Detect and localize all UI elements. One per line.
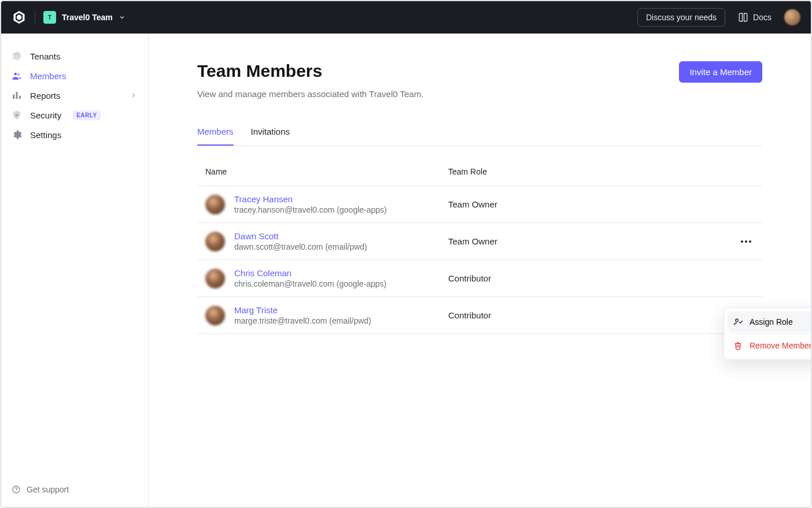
sidebar-item-label: Tenants: [30, 51, 61, 61]
member-email: marge.triste@travel0.com (email/pwd): [234, 316, 371, 325]
svg-point-19: [736, 319, 739, 322]
table-row: Dawn Scott dawn.scott@travel0.com (email…: [197, 223, 762, 260]
sidebar-item-settings[interactable]: Settings: [7, 125, 142, 144]
table-header: Name Team Role: [197, 158, 762, 186]
cube-icon: [12, 51, 22, 61]
sidebar-item-tenants[interactable]: Tenants: [7, 46, 142, 66]
team-name: Travel0 Team: [62, 13, 113, 22]
assign-role-menu-item[interactable]: Assign Role: [728, 312, 812, 332]
menu-divider: [730, 333, 812, 334]
svg-point-12: [749, 240, 751, 243]
row-actions-button[interactable]: [738, 233, 754, 250]
sidebar-item-members[interactable]: Members: [7, 66, 142, 86]
sidebar-item-label: Settings: [30, 130, 61, 140]
member-role: Team Owner: [448, 199, 719, 209]
member-email: chris.coleman@travel0.com (google-apps): [234, 279, 386, 288]
team-badge: T: [43, 11, 56, 24]
assign-role-label: Assign Role: [750, 317, 793, 327]
svg-rect-2: [13, 95, 14, 99]
team-switcher[interactable]: T Travel0 Team: [43, 11, 126, 24]
docs-label: Docs: [753, 13, 772, 22]
app-logo-icon: [12, 10, 27, 25]
member-name-link[interactable]: Dawn Scott: [234, 231, 367, 241]
tab-members[interactable]: Members: [197, 127, 234, 146]
member-name-link[interactable]: Marg Triste: [234, 305, 371, 315]
support-label: Get support: [27, 485, 69, 494]
sidebar: Tenants Members Reports: [1, 34, 149, 507]
svg-point-11: [745, 240, 747, 243]
member-email: tracey.hanson@travel0.com (google-apps): [234, 205, 387, 214]
main-content: Team Members View and manage members ass…: [149, 34, 811, 507]
shield-check-icon: [12, 110, 22, 120]
discuss-needs-button[interactable]: Discuss your needs: [637, 8, 725, 27]
header-divider: [35, 10, 35, 24]
page-subtitle: View and manage members associated with …: [197, 89, 423, 99]
help-circle-icon: [12, 485, 21, 494]
column-role: Team Role: [448, 167, 719, 176]
sidebar-item-label: Security: [30, 110, 61, 120]
member-role: Team Owner: [448, 236, 719, 246]
app-header: T Travel0 Team Discuss your needs Docs: [1, 1, 811, 34]
members-table: Name Team Role Tracey Hansen tracey.hans…: [197, 158, 762, 334]
member-avatar: [205, 232, 225, 251]
sidebar-item-reports[interactable]: Reports: [7, 86, 142, 105]
user-check-icon: [733, 317, 743, 327]
svg-point-6: [16, 491, 16, 492]
sidebar-item-label: Members: [30, 71, 67, 81]
get-support-link[interactable]: Get support: [7, 480, 142, 499]
member-avatar: [205, 195, 225, 214]
tab-invitations[interactable]: Invitations: [251, 127, 290, 146]
book-icon: [738, 12, 748, 23]
svg-point-10: [741, 240, 743, 243]
remove-member-menu-item[interactable]: Remove Member: [728, 335, 812, 356]
sidebar-item-security[interactable]: Security EARLY: [7, 105, 142, 125]
bar-chart-icon: [12, 90, 22, 101]
early-badge: EARLY: [73, 110, 100, 120]
member-avatar: [205, 306, 225, 325]
svg-rect-3: [16, 92, 18, 99]
member-name-link[interactable]: Tracey Hansen: [234, 194, 387, 204]
table-row: Chris Coleman chris.coleman@travel0.com …: [197, 260, 762, 297]
docs-link[interactable]: Docs: [738, 12, 772, 23]
chevron-down-icon: [119, 14, 126, 21]
remove-member-label: Remove Member: [750, 341, 811, 350]
member-name-link[interactable]: Chris Coleman: [234, 268, 386, 278]
svg-rect-4: [19, 96, 21, 99]
column-name: Name: [205, 167, 448, 176]
gear-icon: [12, 129, 22, 140]
people-icon: [12, 71, 22, 81]
tabs: Members Invitations: [197, 127, 762, 146]
row-context-menu: Assign Role Remove Member: [724, 307, 812, 360]
svg-point-0: [14, 73, 17, 76]
page-title: Team Members: [197, 61, 423, 81]
member-role: Contributor: [448, 273, 719, 283]
member-role: Contributor: [448, 310, 719, 320]
sidebar-item-label: Reports: [30, 91, 61, 101]
member-avatar: [205, 269, 225, 288]
invite-member-button[interactable]: Invite a Member: [679, 61, 762, 83]
table-row: Tracey Hansen tracey.hanson@travel0.com …: [197, 186, 762, 223]
user-avatar[interactable]: [784, 9, 800, 25]
chevron-right-icon: [130, 91, 138, 99]
svg-point-1: [17, 73, 20, 76]
table-row: Marg Triste marge.triste@travel0.com (em…: [197, 297, 762, 334]
trash-icon: [733, 341, 743, 350]
member-email: dawn.scott@travel0.com (email/pwd): [234, 242, 367, 251]
